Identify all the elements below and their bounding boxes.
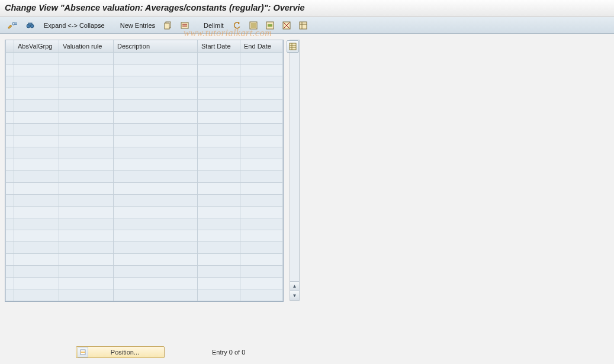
- grid-cell[interactable]: [198, 230, 240, 241]
- grid-cell[interactable]: [14, 52, 59, 64]
- row-selector-cell[interactable]: [6, 218, 14, 230]
- grid-cell[interactable]: [198, 182, 240, 194]
- grid-cell[interactable]: [114, 218, 198, 230]
- table-row[interactable]: [6, 111, 283, 123]
- grid-cell[interactable]: [240, 123, 283, 135]
- grid-cell[interactable]: [114, 159, 198, 170]
- row-selector-cell[interactable]: [6, 241, 14, 253]
- grid-cell[interactable]: [59, 88, 114, 99]
- grid-cell[interactable]: [240, 265, 283, 277]
- grid-cell[interactable]: [14, 170, 59, 182]
- grid-cell[interactable]: [198, 88, 240, 99]
- row-selector-cell[interactable]: [6, 182, 14, 194]
- table-row[interactable]: [6, 135, 283, 147]
- grid-cell[interactable]: [114, 64, 198, 76]
- grid-cell[interactable]: [114, 182, 198, 194]
- grid-cell[interactable]: [198, 147, 240, 159]
- grid-cell[interactable]: [14, 277, 59, 289]
- scroll-down-inner-button[interactable]: ▲: [290, 281, 299, 291]
- row-selector-cell[interactable]: [6, 123, 14, 135]
- row-selector-cell[interactable]: [6, 111, 14, 123]
- grid-cell[interactable]: [59, 135, 114, 147]
- deselect-all-button[interactable]: [279, 20, 294, 31]
- table-row[interactable]: [6, 289, 283, 301]
- row-selector-cell[interactable]: [6, 99, 14, 111]
- grid-cell[interactable]: [59, 182, 114, 194]
- grid-cell[interactable]: [14, 218, 59, 230]
- col-header-description[interactable]: Description: [114, 40, 198, 52]
- grid-cell[interactable]: [59, 265, 114, 277]
- row-selector-cell[interactable]: [6, 159, 14, 170]
- grid-cell[interactable]: [14, 253, 59, 265]
- row-selector-cell[interactable]: [6, 277, 14, 289]
- grid-cell[interactable]: [59, 159, 114, 170]
- grid-cell[interactable]: [198, 170, 240, 182]
- grid-cell[interactable]: [59, 147, 114, 159]
- grid-cell[interactable]: [14, 147, 59, 159]
- grid-cell[interactable]: [240, 76, 283, 88]
- row-selector-cell[interactable]: [6, 206, 14, 218]
- table-row[interactable]: [6, 277, 283, 289]
- grid-cell[interactable]: [59, 253, 114, 265]
- table-row[interactable]: [6, 253, 283, 265]
- grid-cell[interactable]: [114, 99, 198, 111]
- select-block-button[interactable]: [263, 20, 277, 31]
- row-selector-header[interactable]: [6, 40, 14, 52]
- grid-cell[interactable]: [114, 111, 198, 123]
- grid-cell[interactable]: [114, 147, 198, 159]
- table-row[interactable]: [6, 218, 283, 230]
- data-grid[interactable]: AbsValGrpg Valuation rule Description St…: [5, 40, 283, 301]
- grid-cell[interactable]: [14, 289, 59, 301]
- row-selector-cell[interactable]: [6, 265, 14, 277]
- grid-cell[interactable]: [198, 135, 240, 147]
- grid-cell[interactable]: [114, 88, 198, 99]
- grid-cell[interactable]: [14, 265, 59, 277]
- grid-cell[interactable]: [59, 230, 114, 241]
- table-row[interactable]: [6, 52, 283, 64]
- grid-cell[interactable]: [240, 52, 283, 64]
- grid-cell[interactable]: [14, 76, 59, 88]
- grid-cell[interactable]: [114, 253, 198, 265]
- grid-cell[interactable]: [14, 182, 59, 194]
- grid-cell[interactable]: [14, 111, 59, 123]
- col-header-start-date[interactable]: Start Date: [198, 40, 240, 52]
- grid-cell[interactable]: [198, 289, 240, 301]
- grid-cell[interactable]: [240, 218, 283, 230]
- table-row[interactable]: [6, 99, 283, 111]
- grid-cell[interactable]: [14, 230, 59, 241]
- row-selector-cell[interactable]: [6, 194, 14, 206]
- expand-collapse-button[interactable]: Expand <-> Collapse: [40, 22, 108, 29]
- row-selector-cell[interactable]: [6, 52, 14, 64]
- grid-cell[interactable]: [59, 111, 114, 123]
- grid-cell[interactable]: [59, 99, 114, 111]
- row-selector-cell[interactable]: [6, 64, 14, 76]
- grid-cell[interactable]: [198, 111, 240, 123]
- grid-cell[interactable]: [14, 88, 59, 99]
- grid-cell[interactable]: [240, 230, 283, 241]
- row-selector-cell[interactable]: [6, 289, 14, 301]
- grid-cell[interactable]: [59, 206, 114, 218]
- position-button[interactable]: Position...: [76, 346, 165, 358]
- grid-cell[interactable]: [240, 253, 283, 265]
- grid-cell[interactable]: [114, 241, 198, 253]
- col-header-end-date[interactable]: End Date: [240, 40, 283, 52]
- vertical-scrollbar[interactable]: ▲ ▲ ▼: [290, 40, 300, 301]
- grid-cell[interactable]: [240, 64, 283, 76]
- grid-cell[interactable]: [198, 253, 240, 265]
- grid-cell[interactable]: [14, 194, 59, 206]
- grid-cell[interactable]: [59, 170, 114, 182]
- grid-cell[interactable]: [14, 241, 59, 253]
- grid-cell[interactable]: [240, 135, 283, 147]
- grid-cell[interactable]: [14, 64, 59, 76]
- copy-as-button[interactable]: [161, 20, 175, 31]
- table-row[interactable]: [6, 241, 283, 253]
- table-row[interactable]: [6, 182, 283, 194]
- grid-cell[interactable]: [198, 76, 240, 88]
- scroll-down-button[interactable]: ▼: [290, 291, 299, 300]
- table-row[interactable]: [6, 159, 283, 170]
- grid-cell[interactable]: [198, 241, 240, 253]
- grid-cell[interactable]: [198, 206, 240, 218]
- grid-cell[interactable]: [114, 206, 198, 218]
- grid-cell[interactable]: [114, 289, 198, 301]
- row-selector-cell[interactable]: [6, 147, 14, 159]
